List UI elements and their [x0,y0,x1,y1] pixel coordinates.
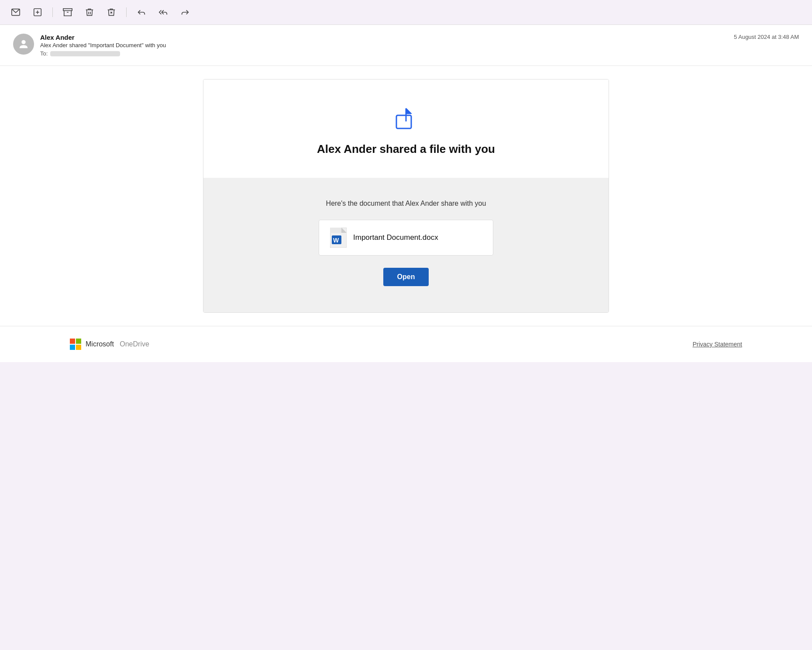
ms-yellow-square [76,345,81,350]
ms-red-square [70,339,75,344]
card-title: Alex Ander shared a file with you [317,142,495,156]
ms-green-square [76,339,81,344]
svg-rect-12 [330,228,341,233]
card-subtitle: Here's the document that Alex Ander shar… [326,200,486,207]
divider-2 [126,7,127,17]
word-doc-icon: W [330,227,347,248]
privacy-statement-link[interactable]: Privacy Statement [692,341,742,348]
svg-point-8 [21,40,25,44]
brand-text: Microsoft OneDrive [86,340,149,348]
email-meta: Alex Ander Alex Ander shared "Important … [40,34,728,57]
svg-text:W: W [333,237,339,244]
to-address [50,51,120,56]
sender-name: Alex Ander [40,34,728,41]
spam-icon[interactable] [104,5,118,19]
email-header: Alex Ander Alex Ander shared "Important … [0,25,812,66]
onedrive-label: OneDrive [120,340,149,348]
delete-icon[interactable] [83,5,96,19]
file-name: Important Document.docx [353,233,438,242]
email-footer: Microsoft OneDrive Privacy Statement [0,326,812,362]
archive-icon[interactable] [61,5,75,19]
compose-icon[interactable] [9,5,23,19]
ms-blue-square [70,345,75,350]
open-button[interactable]: Open [383,268,429,286]
card-bottom: Here's the document that Alex Ander shar… [203,178,609,312]
email-to: To: [40,50,728,57]
avatar [13,34,34,55]
svg-rect-9 [396,115,411,128]
share-icon [392,106,420,134]
svg-rect-4 [63,9,72,11]
reply-icon[interactable] [134,5,148,19]
toolbar [0,0,812,25]
microsoft-grid-logo [70,339,81,350]
microsoft-label: Microsoft [86,340,114,348]
divider-1 [52,7,53,17]
microsoft-onedrive-logo: Microsoft OneDrive [70,339,149,350]
to-label: To: [40,50,48,57]
reply-all-icon[interactable] [156,5,170,19]
card-top: Alex Ander shared a file with you [203,80,609,178]
email-body: Alex Ander shared a file with you Here's… [0,66,812,326]
edit-icon[interactable] [31,5,45,19]
content-card: Alex Ander shared a file with you Here's… [203,79,609,313]
email-date: 5 August 2024 at 3:48 AM [734,34,799,40]
forward-icon[interactable] [178,5,192,19]
email-subject: Alex Ander shared "Important Document" w… [40,42,728,48]
file-box[interactable]: W Important Document.docx [319,220,493,256]
